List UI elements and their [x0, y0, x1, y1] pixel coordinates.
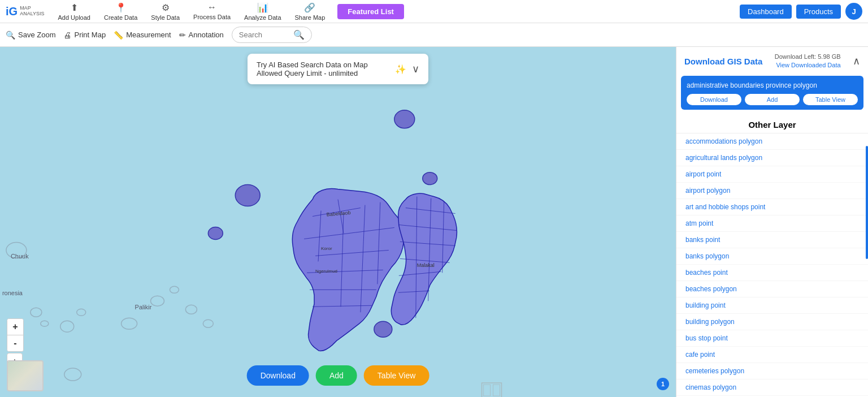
print-map-label: Print Map: [74, 31, 106, 39]
svg-point-18: [235, 185, 260, 206]
nav-analyze-data[interactable]: 📊 Analyze Data: [238, 2, 287, 21]
nav-share-map[interactable]: 🔗 Share Map: [289, 2, 331, 21]
layer-item[interactable]: banks point: [676, 232, 868, 248]
layer-item[interactable]: agricultural lands polygon: [676, 150, 868, 166]
print-icon: 🖨: [63, 31, 71, 40]
nav-create-data[interactable]: 📍 Create Data: [98, 2, 143, 21]
svg-text:Palikir: Palikir: [135, 304, 152, 310]
zoom-controls: + -: [7, 318, 24, 352]
avatar[interactable]: J: [845, 3, 862, 20]
ai-banner-text: Try AI Based Search Data on Map Allowed …: [257, 61, 389, 77]
featured-list-button[interactable]: Featured List: [337, 4, 404, 19]
svg-text:Malakal: Malakal: [417, 262, 435, 268]
annotation-button[interactable]: ✏ Annotation: [179, 31, 224, 40]
svg-text:Ngerulmud: Ngerulmud: [315, 269, 337, 274]
nav-process-data-label: Process Data: [193, 14, 231, 20]
save-zoom-button[interactable]: 🔍 Save Zoom: [6, 31, 55, 40]
layer-item[interactable]: airport point: [676, 166, 868, 183]
download-left: Download Left: 5.98 GB: [775, 53, 841, 61]
layer-item[interactable]: cafe point: [676, 347, 868, 363]
print-map-button[interactable]: 🖨 Print Map: [63, 31, 106, 40]
layer-item[interactable]: cinemas polygon: [676, 379, 868, 396]
map-container[interactable]: Chuuk ronesia Palikir: [0, 47, 676, 397]
share-map-icon: 🔗: [304, 2, 315, 13]
nav-right: Dashboard Products J: [740, 3, 862, 20]
save-zoom-icon: 🔍: [6, 31, 15, 40]
zoom-out-button[interactable]: -: [7, 335, 23, 351]
layer-item[interactable]: beaches point: [676, 265, 868, 281]
svg-point-17: [374, 321, 392, 337]
search-icon: 🔍: [293, 29, 305, 40]
gis-title: Download GIS Data: [684, 57, 762, 66]
layer-item[interactable]: bus stop point: [676, 330, 868, 347]
nav-create-data-label: Create Data: [104, 14, 137, 21]
ai-search-banner[interactable]: Try AI Based Search Data on Map Allowed …: [248, 54, 428, 84]
layer-item[interactable]: building polygon: [676, 314, 868, 330]
view-downloaded[interactable]: View Downloaded Data: [775, 61, 841, 70]
layer-item[interactable]: beaches polygon: [676, 281, 868, 297]
nav-process-data[interactable]: ↔ Process Data: [188, 2, 236, 20]
gis-collapse-icon[interactable]: ∧: [853, 55, 860, 67]
ai-banner-line1: Try AI Based Search Data on Map: [257, 61, 389, 69]
nav-analyze-data-label: Analyze Data: [244, 14, 281, 21]
notification-badge: 1: [657, 378, 669, 390]
products-button[interactable]: Products: [796, 5, 841, 19]
svg-text:Chuuk: Chuuk: [11, 253, 29, 260]
ai-sparkle-icon: ✨: [395, 64, 406, 75]
annotation-icon: ✏: [179, 31, 186, 40]
analyze-data-icon: 📊: [257, 2, 268, 13]
second-navigation: 🔍 Save Zoom 🖨 Print Map 📏 Measurement ✏ …: [0, 23, 868, 47]
svg-point-19: [208, 227, 223, 239]
annotation-label: Annotation: [189, 31, 224, 39]
layer-item[interactable]: airport polygon: [676, 183, 868, 199]
upload-icon: ⬆: [71, 2, 78, 13]
ai-banner-line2: Allowed Query Limit - unlimited: [257, 69, 389, 77]
featured-download-button[interactable]: Download: [687, 94, 741, 105]
featured-layer-card: administrative boundaries province polyg…: [681, 76, 863, 110]
featured-layer-actions: Download Add Table View: [687, 94, 858, 105]
logo-sub: MAP ANALYSIS: [20, 6, 44, 17]
add-button[interactable]: Add: [316, 365, 357, 386]
featured-layer-name: administrative boundaries province polyg…: [687, 81, 858, 89]
measurement-icon: 📏: [114, 31, 123, 40]
style-data-icon: ⚙: [162, 2, 170, 13]
other-layer-header: Other Layer: [676, 114, 868, 133]
ai-banner-chevron[interactable]: ∨: [412, 63, 419, 75]
top-navigation: iG MAP ANALYSIS ⬆ Add Upload 📍 Create Da…: [0, 0, 868, 23]
layer-item[interactable]: banks polygon: [676, 248, 868, 265]
nav-add-upload[interactable]: ⬆ Add Upload: [52, 2, 96, 21]
logo-area[interactable]: iG MAP ANALYSIS: [6, 5, 44, 18]
gis-meta: Download Left: 5.98 GB View Downloaded D…: [775, 53, 841, 70]
right-panel: Download GIS Data Download Left: 5.98 GB…: [676, 47, 868, 397]
table-view-button[interactable]: Table View: [364, 365, 429, 386]
create-data-icon: 📍: [115, 2, 127, 13]
svg-text:ronesia: ronesia: [2, 290, 23, 296]
map-type-thumb-inner: [8, 361, 42, 390]
featured-add-button[interactable]: Add: [745, 94, 800, 105]
layer-item[interactable]: art and hobbie shops point: [676, 199, 868, 215]
search-box[interactable]: 🔍: [232, 27, 312, 43]
save-zoom-label: Save Zoom: [18, 31, 55, 39]
map-type-thumbnail[interactable]: [7, 360, 44, 391]
layer-item[interactable]: building point: [676, 297, 868, 314]
download-button[interactable]: Download: [247, 365, 309, 386]
scroll-indicator: [866, 146, 868, 259]
layer-item[interactable]: atm point: [676, 215, 868, 232]
svg-text:Koror: Koror: [321, 246, 332, 251]
nav-share-map-label: Share Map: [295, 14, 326, 21]
layer-item[interactable]: cemeteries polygon: [676, 363, 868, 379]
dashboard-button[interactable]: Dashboard: [740, 5, 792, 19]
measurement-button[interactable]: 📏 Measurement: [114, 31, 171, 40]
nav-add-upload-label: Add Upload: [58, 14, 90, 21]
layer-item[interactable]: accommodations polygon: [676, 133, 868, 150]
search-input[interactable]: [239, 31, 290, 39]
layer-list: accommodations polygonagricultural lands…: [676, 133, 868, 397]
process-data-icon: ↔: [207, 2, 216, 12]
svg-point-16: [423, 172, 437, 185]
featured-table-button[interactable]: Table View: [803, 94, 858, 105]
main-area: Chuuk ronesia Palikir: [0, 47, 868, 397]
map-svg: Chuuk ronesia Palikir: [0, 47, 676, 397]
nav-style-data[interactable]: ⚙ Style Data: [145, 2, 185, 21]
logo-ig: iG: [6, 5, 18, 18]
zoom-in-button[interactable]: +: [7, 319, 23, 335]
